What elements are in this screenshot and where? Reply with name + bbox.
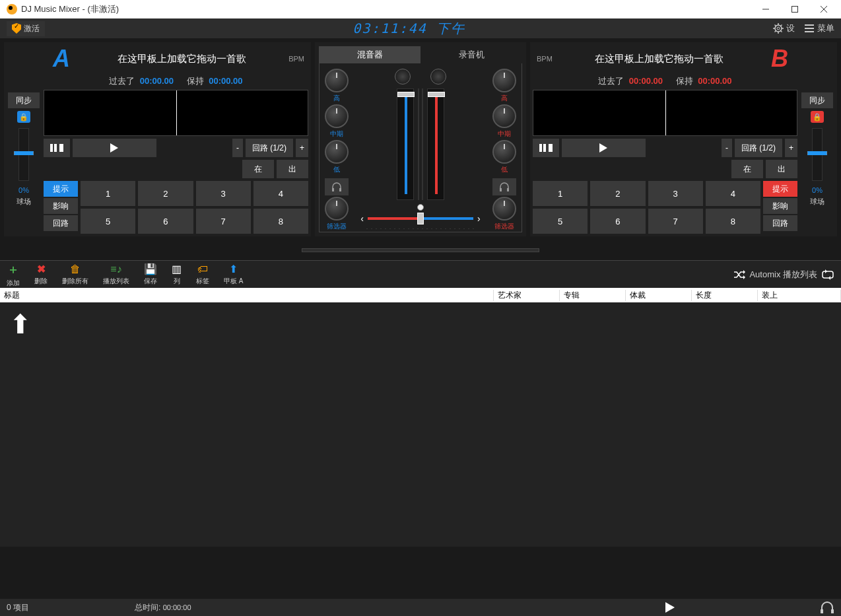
col-title[interactable]: 标题: [0, 290, 494, 301]
col-genre[interactable]: 体裁: [626, 290, 692, 301]
load-deck-a-button[interactable]: ⬆甲板 A: [224, 263, 243, 286]
xfader-right-button[interactable]: ›: [473, 213, 485, 224]
automix-toggle[interactable]: Automix 播放列表: [733, 269, 834, 281]
eq-mid-b-knob[interactable]: [492, 104, 516, 128]
upload-icon: ⬆: [229, 263, 238, 275]
pause-stop-a-button[interactable]: [44, 139, 70, 157]
playlist-button[interactable]: ≡♪播放列表: [103, 263, 129, 286]
play-b-button[interactable]: [562, 139, 646, 157]
crossfader[interactable]: [368, 216, 473, 221]
pad-b-8[interactable]: 8: [706, 209, 760, 234]
pad-a-3[interactable]: 3: [196, 181, 251, 206]
cue-tab-a[interactable]: 提示: [44, 181, 78, 197]
pad-b-2[interactable]: 2: [590, 181, 645, 206]
eq-low-a-knob[interactable]: [325, 140, 349, 164]
waveform-a[interactable]: [44, 90, 308, 136]
tag-button[interactable]: 🏷标签: [196, 263, 209, 286]
elapsed-time-a: 00:00.00: [140, 76, 174, 86]
maximize-button[interactable]: [780, 0, 809, 18]
pad-a-6[interactable]: 6: [138, 209, 193, 234]
svg-line-10: [775, 25, 776, 26]
col-artist[interactable]: 艺术家: [494, 290, 560, 301]
col-album[interactable]: 专辑: [560, 290, 626, 301]
volume-slider-a[interactable]: [397, 88, 414, 200]
volume-slider-b[interactable]: [427, 88, 444, 200]
loop-double-a-button[interactable]: +: [296, 139, 308, 157]
cue-headphone-b-button[interactable]: [492, 178, 516, 195]
pad-a-5[interactable]: 5: [81, 209, 135, 234]
gain-b-knob[interactable]: [430, 69, 446, 85]
svg-rect-31: [823, 271, 833, 278]
loop-out-b-button[interactable]: 出: [766, 160, 797, 178]
sync-b-button[interactable]: 同步: [801, 92, 833, 108]
activate-button[interactable]: 激活: [7, 21, 45, 36]
waveform-b[interactable]: [533, 90, 797, 136]
gear-icon: [773, 23, 784, 34]
hamburger-icon: [804, 23, 815, 34]
minimize-button[interactable]: [751, 0, 780, 18]
pad-a-7[interactable]: 7: [196, 209, 251, 234]
play-a-button[interactable]: [73, 139, 156, 157]
mixer-tab[interactable]: 混音器: [319, 46, 421, 63]
eq-low-b-knob[interactable]: [492, 140, 516, 164]
preview-play-button[interactable]: [665, 602, 675, 613]
preview-headphone-icon[interactable]: [820, 601, 834, 613]
window-titlebar: DJ Music Mixer - (非激活): [0, 0, 841, 18]
pitch-slider-b[interactable]: [812, 128, 823, 181]
pad-b-6[interactable]: 6: [590, 209, 645, 234]
loop-half-a-button[interactable]: -: [232, 139, 243, 157]
mixer-panel: 混音器 录音机 高 中期 低 筛选器: [315, 42, 526, 236]
eq-mid-a-knob[interactable]: [325, 104, 349, 128]
fx-tab-a[interactable]: 影响: [44, 198, 78, 214]
loop-double-b-button[interactable]: +: [785, 139, 797, 157]
total-time: 00:00:00: [163, 603, 191, 611]
pause-stop-b-button[interactable]: [533, 139, 559, 157]
add-button[interactable]: ＋添加: [7, 261, 20, 288]
col-length[interactable]: 长度: [692, 290, 758, 301]
pad-a-2[interactable]: 2: [138, 181, 193, 206]
columns-button[interactable]: ▥列: [172, 263, 182, 286]
pitch-label-a: 球场: [17, 197, 31, 207]
pad-b-3[interactable]: 3: [648, 181, 703, 206]
menu-button[interactable]: 菜单: [804, 22, 834, 34]
loop-in-a-button[interactable]: 在: [242, 160, 274, 178]
fx-tab-b[interactable]: 影响: [763, 198, 797, 214]
loop-tab-a[interactable]: 回路: [44, 215, 78, 231]
cue-headphone-a-button[interactable]: [325, 178, 349, 195]
loop-a-button[interactable]: 回路 (1/2): [246, 139, 293, 157]
sync-a-button[interactable]: 同步: [8, 92, 40, 108]
library-list[interactable]: ⬆: [0, 302, 841, 547]
col-load[interactable]: 装上: [758, 290, 841, 301]
elapsed-time-b: 00:00.00: [629, 76, 663, 86]
pad-b-4[interactable]: 4: [706, 181, 760, 206]
settings-button[interactable]: 设: [773, 22, 795, 34]
pad-a-8[interactable]: 8: [253, 209, 308, 234]
filter-b-knob[interactable]: [492, 197, 516, 221]
gain-a-knob[interactable]: [395, 69, 411, 85]
save-button[interactable]: 💾保存: [144, 263, 157, 286]
eq-high-b-knob[interactable]: [492, 69, 516, 92]
loop-in-b-button[interactable]: 在: [731, 160, 763, 178]
close-button[interactable]: [809, 0, 838, 18]
pad-b-1[interactable]: 1: [533, 181, 588, 206]
loop-b-button[interactable]: 回路 (1/2): [735, 139, 782, 157]
splitter-handle[interactable]: [302, 248, 539, 252]
filter-a-knob[interactable]: [325, 197, 349, 221]
loop-half-b-button[interactable]: -: [722, 139, 732, 157]
delete-button[interactable]: ✖删除: [34, 263, 48, 286]
xfader-left-button[interactable]: ‹: [356, 213, 368, 224]
loop-out-a-button[interactable]: 出: [277, 160, 308, 178]
recorder-tab[interactable]: 录音机: [421, 46, 522, 63]
pad-b-7[interactable]: 7: [648, 209, 703, 234]
pitch-percent-b: 0%: [812, 186, 823, 194]
delete-all-button[interactable]: 🗑删除所有: [62, 263, 88, 286]
cue-tab-b[interactable]: 提示: [763, 181, 797, 197]
eq-high-a-knob[interactable]: [325, 69, 349, 92]
pad-a-4[interactable]: 4: [253, 181, 308, 206]
pad-b-5[interactable]: 5: [533, 209, 588, 234]
pad-a-1[interactable]: 1: [81, 181, 135, 206]
pitch-lock-b-icon[interactable]: 🔒: [811, 111, 824, 123]
pitch-slider-a[interactable]: [18, 128, 29, 181]
loop-tab-b[interactable]: 回路: [763, 215, 797, 231]
pitch-lock-a-icon[interactable]: 🔒: [17, 111, 30, 123]
